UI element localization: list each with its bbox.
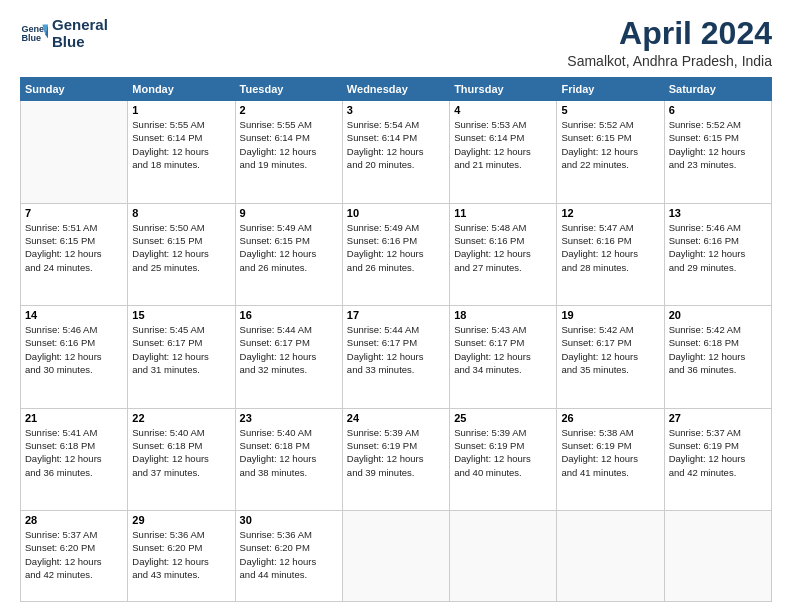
weekday-header-tuesday: Tuesday	[235, 78, 342, 101]
day-number: 27	[669, 412, 767, 424]
calendar-cell: 16Sunrise: 5:44 AMSunset: 6:17 PMDayligh…	[235, 306, 342, 408]
day-info: Sunrise: 5:46 AMSunset: 6:16 PMDaylight:…	[25, 323, 123, 376]
calendar-cell: 28Sunrise: 5:37 AMSunset: 6:20 PMDayligh…	[21, 511, 128, 602]
calendar-cell: 27Sunrise: 5:37 AMSunset: 6:19 PMDayligh…	[664, 408, 771, 510]
title-block: April 2024 Samalkot, Andhra Pradesh, Ind…	[567, 16, 772, 69]
day-number: 16	[240, 309, 338, 321]
header: General Blue General Blue April 2024 Sam…	[20, 16, 772, 69]
day-number: 3	[347, 104, 445, 116]
calendar-cell: 21Sunrise: 5:41 AMSunset: 6:18 PMDayligh…	[21, 408, 128, 510]
day-number: 20	[669, 309, 767, 321]
calendar-cell: 3Sunrise: 5:54 AMSunset: 6:14 PMDaylight…	[342, 101, 449, 203]
day-number: 23	[240, 412, 338, 424]
day-number: 28	[25, 514, 123, 526]
weekday-header-thursday: Thursday	[450, 78, 557, 101]
calendar-cell: 7Sunrise: 5:51 AMSunset: 6:15 PMDaylight…	[21, 203, 128, 305]
calendar-cell: 2Sunrise: 5:55 AMSunset: 6:14 PMDaylight…	[235, 101, 342, 203]
calendar-body: 1Sunrise: 5:55 AMSunset: 6:14 PMDaylight…	[21, 101, 772, 602]
calendar-cell: 19Sunrise: 5:42 AMSunset: 6:17 PMDayligh…	[557, 306, 664, 408]
day-info: Sunrise: 5:47 AMSunset: 6:16 PMDaylight:…	[561, 221, 659, 274]
location: Samalkot, Andhra Pradesh, India	[567, 53, 772, 69]
page: General Blue General Blue April 2024 Sam…	[0, 0, 792, 612]
day-info: Sunrise: 5:44 AMSunset: 6:17 PMDaylight:…	[240, 323, 338, 376]
calendar-cell: 22Sunrise: 5:40 AMSunset: 6:18 PMDayligh…	[128, 408, 235, 510]
day-info: Sunrise: 5:46 AMSunset: 6:16 PMDaylight:…	[669, 221, 767, 274]
calendar-cell: 10Sunrise: 5:49 AMSunset: 6:16 PMDayligh…	[342, 203, 449, 305]
logo-text-line1: General	[52, 16, 108, 33]
day-info: Sunrise: 5:42 AMSunset: 6:17 PMDaylight:…	[561, 323, 659, 376]
day-number: 26	[561, 412, 659, 424]
day-info: Sunrise: 5:48 AMSunset: 6:16 PMDaylight:…	[454, 221, 552, 274]
calendar-cell: 14Sunrise: 5:46 AMSunset: 6:16 PMDayligh…	[21, 306, 128, 408]
day-number: 22	[132, 412, 230, 424]
day-info: Sunrise: 5:49 AMSunset: 6:16 PMDaylight:…	[347, 221, 445, 274]
day-info: Sunrise: 5:55 AMSunset: 6:14 PMDaylight:…	[132, 118, 230, 171]
day-number: 25	[454, 412, 552, 424]
day-number: 29	[132, 514, 230, 526]
day-info: Sunrise: 5:55 AMSunset: 6:14 PMDaylight:…	[240, 118, 338, 171]
day-number: 8	[132, 207, 230, 219]
day-info: Sunrise: 5:51 AMSunset: 6:15 PMDaylight:…	[25, 221, 123, 274]
weekday-header-saturday: Saturday	[664, 78, 771, 101]
calendar-cell: 24Sunrise: 5:39 AMSunset: 6:19 PMDayligh…	[342, 408, 449, 510]
calendar-cell: 8Sunrise: 5:50 AMSunset: 6:15 PMDaylight…	[128, 203, 235, 305]
calendar-cell: 6Sunrise: 5:52 AMSunset: 6:15 PMDaylight…	[664, 101, 771, 203]
calendar-cell	[342, 511, 449, 602]
day-info: Sunrise: 5:49 AMSunset: 6:15 PMDaylight:…	[240, 221, 338, 274]
day-number: 14	[25, 309, 123, 321]
day-info: Sunrise: 5:43 AMSunset: 6:17 PMDaylight:…	[454, 323, 552, 376]
day-number: 6	[669, 104, 767, 116]
day-number: 7	[25, 207, 123, 219]
calendar-cell: 11Sunrise: 5:48 AMSunset: 6:16 PMDayligh…	[450, 203, 557, 305]
calendar-cell: 17Sunrise: 5:44 AMSunset: 6:17 PMDayligh…	[342, 306, 449, 408]
day-info: Sunrise: 5:40 AMSunset: 6:18 PMDaylight:…	[132, 426, 230, 479]
month-title: April 2024	[567, 16, 772, 51]
calendar-cell: 1Sunrise: 5:55 AMSunset: 6:14 PMDaylight…	[128, 101, 235, 203]
calendar-cell	[21, 101, 128, 203]
day-info: Sunrise: 5:39 AMSunset: 6:19 PMDaylight:…	[347, 426, 445, 479]
day-info: Sunrise: 5:53 AMSunset: 6:14 PMDaylight:…	[454, 118, 552, 171]
day-number: 13	[669, 207, 767, 219]
calendar: SundayMondayTuesdayWednesdayThursdayFrid…	[20, 77, 772, 602]
calendar-cell: 23Sunrise: 5:40 AMSunset: 6:18 PMDayligh…	[235, 408, 342, 510]
day-number: 11	[454, 207, 552, 219]
day-number: 12	[561, 207, 659, 219]
calendar-cell	[664, 511, 771, 602]
day-number: 2	[240, 104, 338, 116]
logo-text-line2: Blue	[52, 33, 108, 50]
calendar-cell: 15Sunrise: 5:45 AMSunset: 6:17 PMDayligh…	[128, 306, 235, 408]
day-number: 30	[240, 514, 338, 526]
calendar-cell: 26Sunrise: 5:38 AMSunset: 6:19 PMDayligh…	[557, 408, 664, 510]
day-number: 24	[347, 412, 445, 424]
day-info: Sunrise: 5:39 AMSunset: 6:19 PMDaylight:…	[454, 426, 552, 479]
day-info: Sunrise: 5:36 AMSunset: 6:20 PMDaylight:…	[240, 528, 338, 581]
day-info: Sunrise: 5:40 AMSunset: 6:18 PMDaylight:…	[240, 426, 338, 479]
day-info: Sunrise: 5:42 AMSunset: 6:18 PMDaylight:…	[669, 323, 767, 376]
calendar-header: SundayMondayTuesdayWednesdayThursdayFrid…	[21, 78, 772, 101]
calendar-cell: 5Sunrise: 5:52 AMSunset: 6:15 PMDaylight…	[557, 101, 664, 203]
day-info: Sunrise: 5:54 AMSunset: 6:14 PMDaylight:…	[347, 118, 445, 171]
day-number: 4	[454, 104, 552, 116]
weekday-header-sunday: Sunday	[21, 78, 128, 101]
calendar-cell	[450, 511, 557, 602]
weekday-header-friday: Friday	[557, 78, 664, 101]
weekday-header-monday: Monday	[128, 78, 235, 101]
calendar-cell: 30Sunrise: 5:36 AMSunset: 6:20 PMDayligh…	[235, 511, 342, 602]
day-info: Sunrise: 5:52 AMSunset: 6:15 PMDaylight:…	[669, 118, 767, 171]
calendar-cell: 25Sunrise: 5:39 AMSunset: 6:19 PMDayligh…	[450, 408, 557, 510]
day-number: 19	[561, 309, 659, 321]
calendar-cell: 4Sunrise: 5:53 AMSunset: 6:14 PMDaylight…	[450, 101, 557, 203]
day-number: 10	[347, 207, 445, 219]
day-info: Sunrise: 5:38 AMSunset: 6:19 PMDaylight:…	[561, 426, 659, 479]
logo: General Blue General Blue	[20, 16, 108, 51]
day-info: Sunrise: 5:37 AMSunset: 6:20 PMDaylight:…	[25, 528, 123, 581]
calendar-cell: 29Sunrise: 5:36 AMSunset: 6:20 PMDayligh…	[128, 511, 235, 602]
day-number: 1	[132, 104, 230, 116]
day-number: 17	[347, 309, 445, 321]
weekday-header-wednesday: Wednesday	[342, 78, 449, 101]
day-info: Sunrise: 5:50 AMSunset: 6:15 PMDaylight:…	[132, 221, 230, 274]
logo-icon: General Blue	[20, 19, 48, 47]
calendar-cell: 9Sunrise: 5:49 AMSunset: 6:15 PMDaylight…	[235, 203, 342, 305]
calendar-cell	[557, 511, 664, 602]
day-number: 5	[561, 104, 659, 116]
